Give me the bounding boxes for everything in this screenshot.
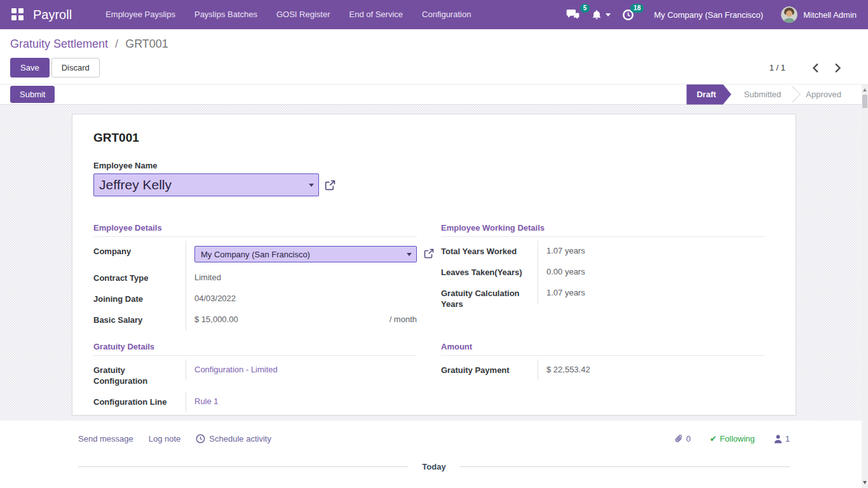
joining-date-label: Joining Date [93,288,186,309]
company-label: Company [93,241,186,262]
followers-button[interactable]: 1 [774,434,790,444]
person-icon [774,435,782,444]
activities-badge: 18 [630,4,644,13]
today-label: Today [408,462,459,471]
basic-salary-label: Basic Salary [93,309,186,330]
total-years-value: 1.07 years [538,241,764,262]
main-menu: Employee Payslips Payslips Batches GOSI … [96,0,480,29]
breadcrumb-parent[interactable]: Gratuity Settlement [10,37,108,50]
nav-item-payslips-batches[interactable]: Payslips Batches [185,0,267,29]
breadcrumb: Gratuity Settlement / GRT001 [10,37,858,51]
scroll-up-arrow-icon[interactable] [863,88,867,92]
employee-name-input[interactable]: Jeffrey Kelly [93,173,319,196]
send-message-button[interactable]: Send message [78,434,133,444]
chevron-right-icon [834,63,841,73]
total-years-label: Total Years Worked [441,241,538,262]
gratuity-payment-value: $ 22,553.42 [538,360,764,381]
messages-button[interactable]: 5 [560,6,586,24]
submit-button[interactable]: Submit [10,86,55,103]
company-external-link-button[interactable] [424,248,434,259]
nav-item-configuration[interactable]: Configuration [412,0,480,29]
dropdown-caret-icon [407,253,412,256]
configuration-line-link[interactable]: Rule 1 [194,396,219,406]
section-title: Employee Working Details [441,223,764,237]
stage-approved[interactable]: Approved [793,85,854,105]
form-card: GRT001 Employee Name Jeffrey Kelly [72,114,796,416]
status-bar: Submit Draft Submitted Approved [0,84,868,105]
external-link-icon [325,180,336,191]
external-link-icon [424,248,434,259]
app-brand[interactable]: Payroll [33,8,72,22]
record-title: GRT001 [93,131,764,145]
section-title: Amount [441,342,764,356]
basic-salary-suffix: / month [390,315,417,324]
followers-count: 1 [785,434,790,444]
company-switcher[interactable]: My Company (San Francisco) [654,10,763,20]
following-button[interactable]: ✔ Following [710,434,755,444]
section-amount: Amount Gratuity Payment $ 22,553.42 [441,342,764,412]
vertical-scrollbar[interactable] [862,85,868,488]
pager: 1 / 1 [770,62,849,74]
section-title: Gratuity Details [93,342,417,356]
bell-icon [592,10,602,20]
gratuity-configuration-label: Gratuity Configuration [93,360,186,391]
chevron-down-icon [606,13,611,17]
employee-external-link-button[interactable] [325,180,336,191]
gratuity-configuration-link[interactable]: Configuration - Limited [194,365,278,374]
breadcrumb-separator: / [111,37,122,50]
user-avatar [781,6,797,23]
top-navbar: Payroll Employee Payslips Payslips Batch… [0,0,868,29]
chevron-left-icon [812,63,819,73]
scrollbar-thumb[interactable] [862,95,867,108]
contract-type-label: Contract Type [93,268,186,288]
chatter: Send message Log note Schedule activity … [72,421,796,471]
form-sheet-background: GRT001 Employee Name Jeffrey Kelly [0,105,868,421]
dropdown-caret-icon [309,184,314,187]
user-name: Mitchell Admin [803,10,857,20]
schedule-clock-icon [196,434,205,444]
breadcrumb-current: GRT001 [125,37,168,50]
attachments-button[interactable]: 0 [674,434,691,444]
stage-draft[interactable]: Draft [686,85,731,105]
stage-pipeline: Draft Submitted Approved [686,85,854,105]
activities-button[interactable]: 18 [616,6,640,24]
nav-item-employee-payslips[interactable]: Employee Payslips [96,0,185,29]
company-input[interactable]: My Company (San Francisco) [194,246,417,262]
section-employee-details: Employee Details Company My Company (San… [93,223,417,330]
scroll-down-arrow-icon[interactable] [863,481,867,484]
section-gratuity-details: Gratuity Details Gratuity Configuration … [93,342,417,412]
basic-salary-value: $ 15,000.00 [194,315,238,324]
user-menu[interactable]: Mitchell Admin [781,6,857,23]
contract-type-value: Limited [186,268,417,288]
check-icon: ✔ [710,434,717,444]
employee-name-label: Employee Name [93,161,764,170]
section-working-details: Employee Working Details Total Years Wor… [441,223,764,330]
discard-button[interactable]: Discard [51,58,100,78]
notifications-button[interactable] [586,7,616,23]
save-button[interactable]: Save [10,58,50,78]
section-title: Employee Details [93,223,417,237]
schedule-activity-button[interactable]: Schedule activity [196,434,271,444]
log-note-button[interactable]: Log note [149,434,181,444]
pager-count: 1 / 1 [770,63,785,72]
pager-previous-button[interactable] [804,62,827,74]
control-panel: Gratuity Settlement / GRT001 Save Discar… [0,29,868,84]
leaves-taken-value: 0.00 years [538,262,764,283]
today-divider: Today [72,462,796,471]
gratuity-years-label: Gratuity Calculation Years [441,283,538,315]
leaves-taken-label: Leaves Taken(Years) [441,262,538,283]
paperclip-icon [674,434,683,444]
chat-bubbles-icon [566,9,580,21]
nav-item-gosi-register[interactable]: GOSI Register [267,0,340,29]
nav-item-end-of-service[interactable]: End of Service [340,0,413,29]
attachments-count: 0 [686,434,691,444]
configuration-line-label: Configuration Line [93,391,186,412]
apps-menu-button[interactable] [11,8,24,21]
gratuity-years-value: 1.07 years [538,283,764,304]
joining-date-value: 04/03/2022 [186,288,417,309]
pager-next-button[interactable] [827,62,849,74]
gratuity-payment-label: Gratuity Payment [441,360,538,381]
apps-grid-icon [11,8,17,13]
